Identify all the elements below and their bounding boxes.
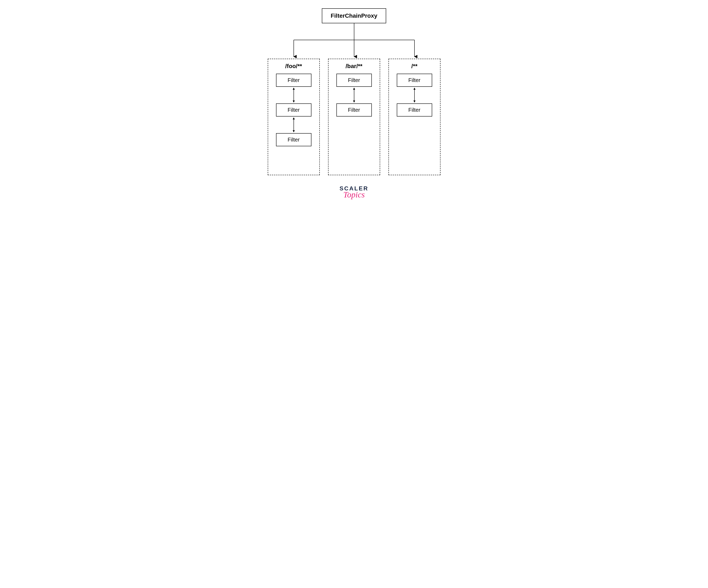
- filter-box: Filter: [276, 133, 312, 146]
- chain-foo: /foo/** Filter Filter Filter: [268, 59, 320, 175]
- chains-row: /foo/** Filter Filter Filter /: [268, 59, 441, 175]
- chain-pattern: /foo/**: [285, 63, 302, 69]
- filter-box: Filter: [397, 103, 432, 117]
- logo-bottom-text: Topics: [340, 191, 368, 198]
- filter-box: Filter: [336, 74, 372, 87]
- filter-box: Filter: [336, 103, 372, 117]
- chain-all: /** Filter Filter: [388, 59, 441, 175]
- bidirectional-arrow-icon: [352, 87, 356, 103]
- root-to-chains-connector: [269, 23, 439, 59]
- root-label: FilterChainProxy: [331, 12, 377, 19]
- chain-pattern: /bar/**: [346, 63, 362, 69]
- scaler-topics-logo: SCALER Topics: [340, 186, 368, 198]
- filter-chain-diagram: FilterChainProxy /foo/** Filter: [233, 8, 475, 198]
- chain-bar: /bar/** Filter Filter: [328, 59, 380, 175]
- filter-box: Filter: [397, 74, 432, 87]
- bidirectional-arrow-icon: [292, 87, 296, 103]
- filter-box: Filter: [276, 74, 312, 87]
- chain-pattern: /**: [411, 63, 418, 69]
- bidirectional-arrow-icon: [292, 117, 296, 133]
- root-node: FilterChainProxy: [322, 8, 386, 23]
- filter-box: Filter: [276, 103, 312, 117]
- bidirectional-arrow-icon: [412, 87, 417, 103]
